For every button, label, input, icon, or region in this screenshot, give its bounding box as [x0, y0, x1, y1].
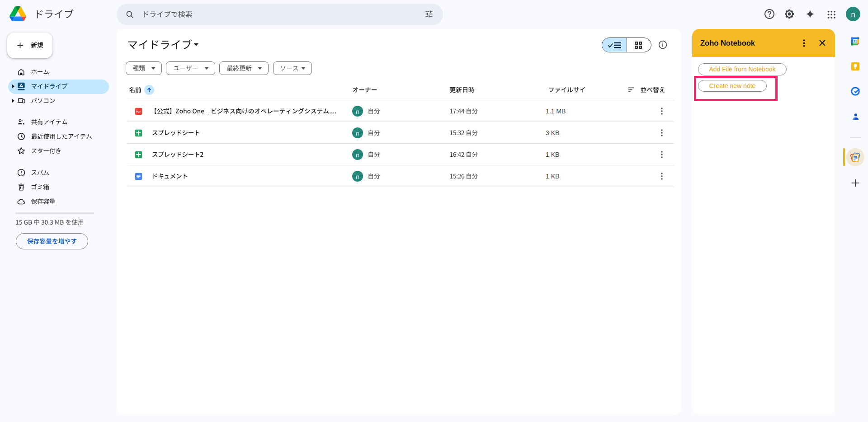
svg-text:PDF: PDF [136, 110, 142, 113]
svg-text:31: 31 [853, 39, 858, 43]
